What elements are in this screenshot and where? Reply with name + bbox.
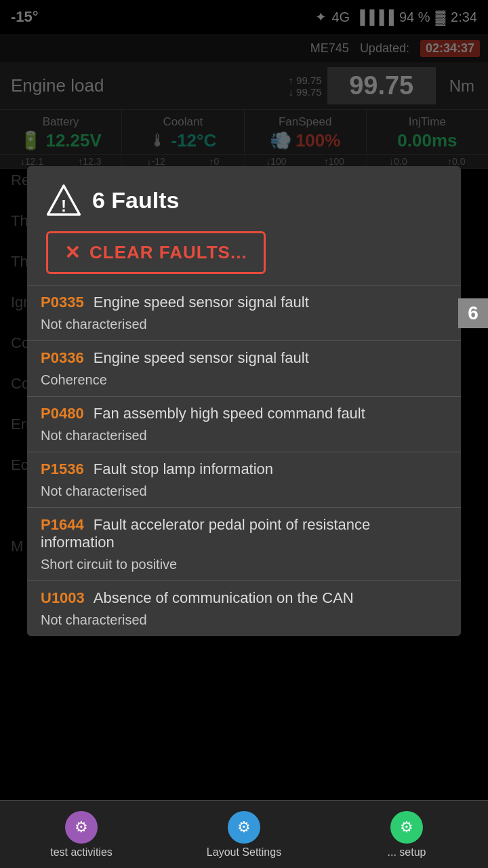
fault-status-4: Not characterised — [27, 481, 461, 507]
fault-desc-6: Absence of communication on the CAN — [94, 589, 354, 606]
fault-status-2: Coherence — [27, 370, 461, 396]
fault-code-4: P1536 — [41, 460, 84, 477]
bottom-bar: ⚙ test activities ⚙ Layout Settings ⚙ ..… — [0, 800, 488, 868]
fault-item-1: P0335 Engine speed sensor signal fault N… — [27, 285, 461, 340]
fault-item-2: P0336 Engine speed sensor signal fault C… — [27, 340, 461, 396]
fault-desc-5: Fault accelerator pedal point of resista… — [41, 516, 370, 551]
fault-desc-3: Fan assembly high speed command fault — [94, 405, 365, 422]
layout-settings-label: Layout Settings — [207, 846, 281, 859]
clear-faults-label: CLEAR FAULTS... — [89, 242, 247, 263]
fault-desc-2: Engine speed sensor signal fault — [94, 349, 309, 366]
fault-status-1: Not characterised — [27, 314, 461, 340]
fault-item-3: P0480 Fan assembly high speed command fa… — [27, 396, 461, 452]
fault-item-4: P1536 Fault stop lamp information Not ch… — [27, 452, 461, 507]
fault-status-3: Not characterised — [27, 425, 461, 452]
layout-settings-button[interactable]: ⚙ Layout Settings — [176, 811, 312, 859]
fault-status-5: Short circuit to positive — [27, 554, 461, 580]
layout-settings-icon: ⚙ — [228, 811, 260, 844]
test-activities-label: test activities — [50, 846, 113, 859]
fault-code-5: P1644 — [41, 516, 84, 533]
fault-count-badge: 6 — [458, 298, 488, 328]
fault-code-2: P0336 — [41, 349, 84, 366]
fault-code-1: P0335 — [41, 294, 84, 311]
fault-status-6: Not characterised — [27, 610, 461, 636]
setup-button[interactable]: ⚙ ... setup — [339, 811, 474, 859]
test-activities-button[interactable]: ⚙ test activities — [14, 811, 149, 859]
fault-item-6: U1003 Absence of communication on the CA… — [27, 580, 461, 636]
fault-desc-4: Fault stop lamp information — [94, 460, 273, 477]
fault-item-5: P1644 Fault accelerator pedal point of r… — [27, 507, 461, 580]
test-activities-icon: ⚙ — [65, 811, 98, 844]
modal-header: ! 6 Faults — [27, 166, 461, 229]
fault-desc-1: Engine speed sensor signal fault — [94, 294, 309, 311]
clear-faults-x-icon: ✕ — [64, 241, 80, 264]
warning-triangle-icon: ! — [46, 182, 81, 218]
fault-code-3: P0480 — [41, 405, 84, 422]
setup-icon: ⚙ — [390, 811, 423, 844]
fault-list: P0335 Engine speed sensor signal fault N… — [27, 285, 461, 636]
clear-faults-button[interactable]: ✕ CLEAR FAULTS... — [46, 231, 266, 274]
faults-title: 6 Faults — [92, 187, 179, 214]
setup-label: ... setup — [388, 846, 426, 859]
svg-text:!: ! — [61, 197, 66, 215]
fault-code-6: U1003 — [41, 589, 85, 606]
faults-modal: ! 6 Faults ✕ CLEAR FAULTS... P0335 Engin… — [27, 166, 461, 636]
